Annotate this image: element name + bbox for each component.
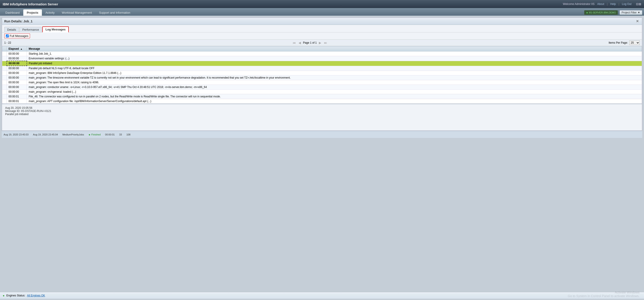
message-cell: File_46: The connector was configured to… [27, 94, 642, 99]
panel-tabs: Details Performance Log Messages [2, 25, 642, 32]
engine-bar: ● Engines Status: All Engines OK [0, 292, 644, 299]
first-page-button[interactable]: ⏮ [292, 41, 296, 44]
nav-bar: Dashboard Projects Activity Workload Man… [0, 8, 644, 16]
prev-page-button[interactable]: ◀ [298, 41, 302, 44]
page-indicator: Page 1 of 1 [303, 41, 317, 44]
full-messages-toggle[interactable]: Full Messages [4, 34, 30, 38]
main-content: Run Details: Job_1 ✕ Details Performance… [0, 16, 644, 292]
detail-line1: Aug 20, 2020 15:05:56 [5, 106, 639, 110]
elapsed-cell: 00:00:01 [7, 99, 27, 104]
help-link[interactable]: Help [610, 2, 616, 6]
logout-link[interactable]: Log Out [622, 2, 632, 6]
log-table: Elapsed ▲ Message 00:00:00Starting Job J… [2, 46, 642, 104]
panel-close-button[interactable]: ✕ [635, 19, 640, 23]
pagination-controls: ⏮ ◀ Page 1 of 1 ▶ ⏭ [292, 41, 328, 44]
server-name: IIS-SERVER.IBM.DEMO [589, 11, 616, 14]
nav-tab-activity[interactable]: Activity [42, 10, 58, 16]
row-indicator-cell [2, 85, 7, 90]
table-row[interactable]: 00:00:00Parallel job default NLS map UTF… [2, 66, 642, 71]
status-bar: Aug 19, 2020 23:45:03 Aug 19, 2020 23:45… [2, 131, 642, 138]
engine-status-link[interactable]: All Engines OK [27, 294, 45, 297]
log-table-container[interactable]: Elapsed ▲ Message 00:00:00Starting Job J… [2, 46, 642, 104]
full-messages-label: Full Messages [10, 34, 28, 38]
table-row[interactable]: 00:00:00main_program: orchgeneral: loade… [2, 90, 642, 94]
elapsed-cell: 00:00:00 [7, 85, 27, 90]
elapsed-cell: 00:00:00 [7, 56, 27, 61]
panel-title-bar: Run Details: Job_1 ✕ [2, 18, 642, 25]
project-filter-button[interactable]: Project Filter ▼ [620, 10, 642, 15]
row-indicator-cell [2, 61, 7, 66]
message-cell: main_program: IBM InfoSphere DataStage E… [27, 71, 642, 76]
full-messages-checkbox[interactable] [6, 34, 9, 38]
last-page-button[interactable]: ⏭ [323, 41, 328, 44]
table-row[interactable]: 00:00:00main_program: The open files lim… [2, 80, 642, 85]
items-per-page-select[interactable]: 25 50 100 [629, 40, 640, 45]
elapsed-cell: 00:00:00 [7, 52, 27, 56]
table-row[interactable]: 00:00:00main_program: The timezone envir… [2, 76, 642, 80]
items-per-page-control: Items Per Page: 25 50 100 [608, 40, 640, 45]
status-duration: 00:00:01 [105, 133, 115, 136]
row-indicator-cell [2, 90, 7, 94]
status-finished-label: Finished [91, 133, 101, 136]
about-link[interactable]: About [597, 2, 604, 6]
message-cell: main_program: orchgeneral: loaded (...) [27, 90, 642, 94]
table-row[interactable]: 00:00:01File_46: The connector was confi… [2, 94, 642, 99]
message-cell: main_program: The open files limit is 10… [27, 80, 642, 85]
col-elapsed[interactable]: Elapsed ▲ [7, 46, 27, 52]
message-cell: Environment variable settings: (...) [27, 56, 642, 61]
row-indicator-cell [2, 99, 7, 104]
elapsed-cell: 00:00:00 [7, 80, 27, 85]
app-title: IBM InfoSphere Information Server [3, 2, 58, 6]
project-filter-label: Project Filter [622, 11, 636, 14]
engine-status-icon: ● [3, 294, 4, 297]
status-num2: 108 [126, 133, 130, 136]
top-bar: IBM InfoSphere Information Server Welcom… [0, 0, 644, 8]
elapsed-cell: 00:00:00 [7, 71, 27, 76]
pagination-bar: 1 - 22 ⏮ ◀ Page 1 of 1 ▶ ⏭ Items Per Pag… [2, 40, 642, 46]
items-per-page-label: Items Per Page: [608, 41, 628, 44]
next-page-button[interactable]: ▶ [318, 41, 322, 44]
status-num1: 33 [119, 133, 122, 136]
row-indicator-cell [2, 66, 7, 71]
finished-icon: ● [88, 133, 90, 136]
col-message: Message [27, 46, 642, 52]
tab-details[interactable]: Details [4, 27, 19, 32]
col-indicator [2, 46, 7, 52]
message-cell: Parallel job initiated [27, 61, 642, 66]
status-finished: ● Finished [88, 133, 100, 136]
status-priority: MediumPriorityJobs [62, 133, 84, 136]
row-indicator-cell [2, 71, 7, 76]
table-row[interactable]: 00:00:00Environment variable settings: (… [2, 56, 642, 61]
detail-line3: Parallel job initiated [5, 112, 639, 116]
nav-tab-projects[interactable]: Projects [23, 10, 42, 16]
tab-performance[interactable]: Performance [20, 27, 42, 32]
status-date1: Aug 19, 2020 23:45:03 [4, 133, 28, 136]
tab-log-messages[interactable]: Log Messages [42, 26, 69, 32]
table-row[interactable]: 00:00:00main_program: conductor uname: -… [2, 85, 642, 90]
nav-tab-workload[interactable]: Workload Management [58, 10, 96, 16]
message-cell: main_program: conductor uname: -s=Linux;… [27, 85, 642, 90]
table-row[interactable]: 00:00:00Parallel job initiated [2, 61, 642, 66]
row-indicator-cell [2, 80, 7, 85]
table-row[interactable]: 00:00:00main_program: IBM InfoSphere Dat… [2, 71, 642, 76]
server-badge: ● IIS-SERVER.IBM.DEMO [584, 10, 618, 15]
elapsed-cell: 00:00:00 [7, 76, 27, 80]
elapsed-cell: 00:00:00 [7, 90, 27, 94]
detail-line2: Message ID: IIS-DSTAGE-RUN-I-0121 [5, 110, 639, 112]
nav-tab-dashboard[interactable]: Dashboard [2, 10, 23, 16]
engine-status-label: Engines Status: [6, 294, 25, 297]
panel-title: Run Details: Job_1 [4, 20, 32, 23]
message-cell: Parallel job default NLS map UTF-8, defa… [27, 66, 642, 71]
run-details-panel: Run Details: Job_1 ✕ Details Performance… [2, 18, 642, 131]
detail-panel: Aug 20, 2020 15:05:56 Message ID: IIS-DS… [2, 104, 642, 130]
row-indicator-cell [2, 52, 7, 56]
nav-bar-right: ● IIS-SERVER.IBM.DEMO Project Filter ▼ [584, 10, 642, 16]
panel-toolbar: Full Messages [2, 32, 642, 40]
table-row[interactable]: 00:00:01main_program: APT configuration … [2, 99, 642, 104]
table-row[interactable]: 00:00:00Starting Job Job_1. [2, 52, 642, 56]
row-indicator-cell [2, 94, 7, 99]
project-filter-icon: ▼ [638, 11, 640, 14]
nav-tab-support[interactable]: Support and Information [96, 10, 134, 16]
page-range: 1 - 22 [4, 41, 11, 44]
sort-arrow-icon: ▲ [20, 48, 22, 50]
